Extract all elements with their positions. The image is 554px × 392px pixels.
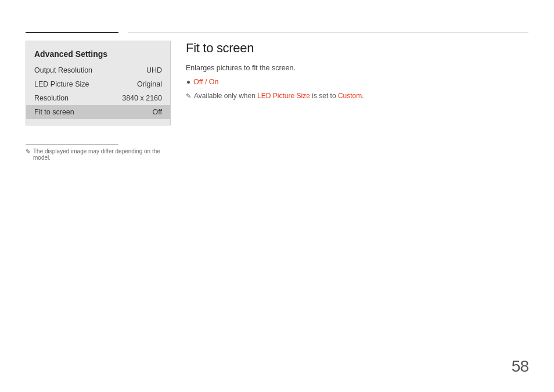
menu-item-fit-to-screen[interactable]: Fit to screen Off: [26, 105, 170, 119]
bullet-item-off-on-text: Off / On: [193, 78, 219, 86]
menu-item-output-resolution-value: UHD: [146, 66, 162, 74]
top-rule-right: [128, 32, 528, 33]
availability-note-text: Available only when LED Picture Size is …: [194, 92, 364, 100]
bullet-item-off-on: Off / On: [186, 78, 528, 86]
menu-item-resolution-label: Resolution: [34, 94, 69, 102]
menu-item-led-picture-size-value: Original: [137, 80, 162, 88]
menu-item-fit-to-screen-label: Fit to screen: [34, 108, 74, 116]
bullet-list: Off / On: [186, 78, 528, 86]
content-description: Enlarges pictures to fit the screen.: [186, 64, 528, 72]
menu-item-resolution[interactable]: Resolution 3840 x 2160: [26, 91, 170, 105]
left-panel: Advanced Settings Output Resolution UHD …: [26, 41, 171, 125]
right-content: Fit to screen Enlarges pictures to fit t…: [186, 41, 528, 100]
content-title: Fit to screen: [186, 41, 528, 56]
availability-note-middle: is set to: [310, 92, 338, 100]
bullet-dot: [187, 81, 190, 84]
menu-item-fit-to-screen-value: Off: [153, 108, 162, 116]
menu-item-led-picture-size-label: LED Picture Size: [34, 80, 89, 88]
menu-item-resolution-value: 3840 x 2160: [122, 94, 162, 102]
pencil-icon: ✎: [26, 148, 31, 156]
panel-note-rule: [26, 144, 118, 145]
menu-item-output-resolution[interactable]: Output Resolution UHD: [26, 63, 170, 77]
menu-title: Advanced Settings: [26, 47, 170, 63]
availability-note: ✎ Available only when LED Picture Size i…: [186, 92, 528, 100]
panel-note: ✎ The displayed image may differ dependi…: [26, 144, 171, 161]
page-number: 58: [512, 357, 528, 376]
note-pencil-icon: ✎: [186, 92, 191, 100]
availability-note-suffix: .: [362, 92, 364, 100]
menu-box: Advanced Settings Output Resolution UHD …: [26, 41, 171, 125]
availability-note-prefix: Available only when: [194, 92, 257, 100]
page-container: Advanced Settings Output Resolution UHD …: [0, 0, 554, 392]
panel-note-content: The displayed image may differ depending…: [33, 148, 171, 161]
panel-note-text: ✎ The displayed image may differ dependi…: [26, 148, 171, 161]
menu-item-led-picture-size[interactable]: LED Picture Size Original: [26, 77, 170, 91]
availability-note-link1: LED Picture Size: [257, 92, 310, 100]
availability-note-link2: Custom: [338, 92, 362, 100]
menu-item-output-resolution-label: Output Resolution: [34, 66, 92, 74]
top-rule-left: [26, 32, 118, 33]
